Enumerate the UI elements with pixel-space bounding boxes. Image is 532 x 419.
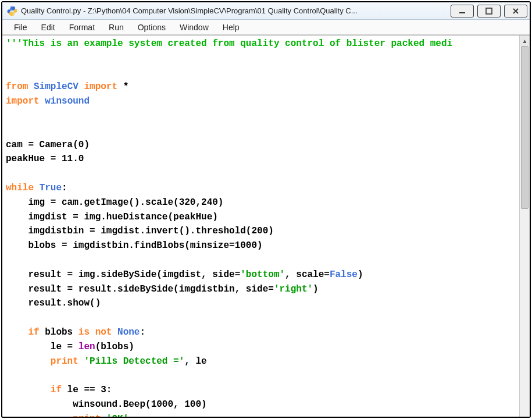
titlebar[interactable]: Quality Control.py - Z:\Python\04 Comput… (2, 2, 530, 20)
svg-point-1 (13, 13, 15, 15)
menu-help[interactable]: Help (216, 21, 247, 34)
maximize-button[interactable] (477, 5, 501, 17)
menu-edit[interactable]: Edit (34, 21, 62, 34)
app-window: Quality Control.py - Z:\Python\04 Comput… (1, 1, 531, 418)
python-idle-icon (7, 6, 17, 16)
vertical-scrollbar[interactable]: ▲ (519, 35, 530, 417)
svg-rect-3 (486, 8, 492, 14)
menu-options[interactable]: Options (131, 21, 173, 34)
menu-format[interactable]: Format (62, 21, 102, 34)
menu-file[interactable]: File (7, 21, 34, 34)
editor-area: '''This is an example system created fro… (2, 35, 530, 417)
window-controls (451, 5, 527, 17)
scroll-thumb[interactable] (521, 46, 529, 209)
scroll-up-button[interactable]: ▲ (520, 35, 530, 46)
menubar: File Edit Format Run Options Window Help (2, 20, 530, 35)
close-button[interactable] (504, 5, 527, 17)
minimize-button[interactable] (451, 5, 474, 17)
svg-rect-2 (459, 12, 465, 13)
window-title: Quality Control.py - Z:\Python\04 Comput… (21, 6, 451, 15)
menu-window[interactable]: Window (173, 21, 216, 34)
code-editor[interactable]: '''This is an example system created fro… (2, 35, 519, 417)
menu-run[interactable]: Run (102, 21, 131, 34)
svg-point-0 (10, 7, 11, 8)
